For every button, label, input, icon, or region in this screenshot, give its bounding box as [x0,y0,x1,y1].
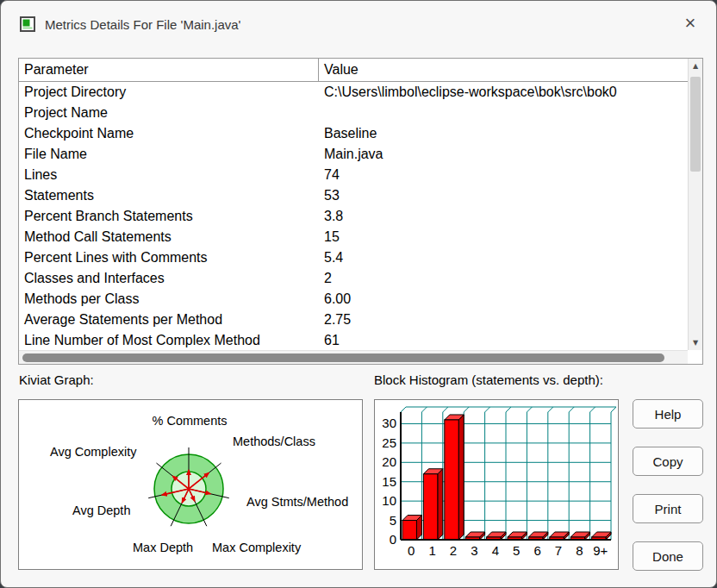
parameter-cell: Project Name [19,103,319,123]
histogram-section-label: Block Histogram (statements vs. depth): [374,372,603,387]
kiviat-axis-label-max-depth: Max Depth [133,541,193,554]
parameter-cell: Project Directory [19,82,319,103]
value-cell: Main.java [319,144,688,165]
value-cell: Baseline [319,123,688,144]
horizontal-scrollbar[interactable] [19,350,688,364]
horizontal-scroll-thumb[interactable] [22,353,664,362]
metrics-details-dialog: Metrics Details For File 'Main.java' × P… [0,0,717,588]
help-button[interactable]: Help [633,399,703,428]
table-row[interactable]: Classes and Interfaces2 [19,268,688,289]
print-button[interactable]: Print [633,494,703,523]
svg-text:25: 25 [382,435,396,450]
parameter-cell: Classes and Interfaces [19,268,319,289]
svg-text:4: 4 [492,543,499,558]
block-histogram-panel: 0510152025300123456789+ [374,399,619,570]
svg-text:2: 2 [450,543,457,558]
app-icon [20,16,35,32]
table-row[interactable]: Method Call Statements15 [19,227,688,247]
svg-text:9+: 9+ [593,543,608,558]
scroll-up-icon: ▲ [693,62,698,70]
value-cell: 2.75 [319,310,688,330]
svg-text:6: 6 [533,543,540,558]
svg-text:7: 7 [555,543,562,558]
svg-text:8: 8 [576,543,583,558]
value-cell: 5.4 [319,247,688,268]
table-row[interactable]: Lines74 [19,165,688,185]
value-cell: 15 [319,227,688,247]
parameter-cell: Methods per Class [19,289,319,310]
value-cell: 61 [319,330,688,350]
table-row[interactable]: Percent Branch Statements3.8 [19,206,688,227]
value-cell: 6.00 [319,289,688,310]
value-cell: 2 [319,268,688,289]
copy-button[interactable]: Copy [633,447,703,476]
table-header: Parameter Value [19,59,702,82]
done-button[interactable]: Done [633,541,703,571]
kiviat-axis-label-avg-depth: Avg Depth [72,504,130,517]
column-header-parameter[interactable]: Parameter [19,59,319,81]
kiviat-axis-label-max-complexity: Max Complexity [212,541,301,554]
parameter-cell: Checkpoint Name [19,123,319,144]
parameter-cell: Method Call Statements [19,227,319,247]
svg-text:10: 10 [382,493,396,508]
svg-text:1: 1 [428,543,435,558]
table-row[interactable]: Line Number of Most Complex Method61 [19,330,688,350]
window-title: Metrics Details For File 'Main.java' [45,17,240,32]
title-bar: Metrics Details For File 'Main.java' × [1,1,716,47]
kiviat-axis-label-avg-stmts-per-method: Avg Stmts/Method [246,495,348,509]
svg-text:30: 30 [382,416,396,430]
vertical-scroll-thumb[interactable] [690,77,701,172]
table-row[interactable]: Statements53 [19,185,688,206]
scroll-up-button[interactable]: ▲ [689,59,702,73]
metrics-table-body: Project DirectoryC:\Users\limbol\eclipse… [19,82,688,350]
parameter-cell: Line Number of Most Complex Method [19,330,319,350]
parameter-cell: Percent Branch Statements [19,206,319,227]
metrics-table: Parameter Value Project DirectoryC:\User… [18,58,703,365]
kiviat-axis-label-avg-complexity: Avg Complexity [50,445,136,459]
kiviat-axis-label-percent-comments: % Comments [152,414,227,428]
histogram-svg: 0510152025300123456789+ [375,400,618,569]
value-cell: 53 [319,185,688,206]
kiviat-graph-panel: % Comments Methods/Class Avg Stmts/Metho… [18,399,363,570]
scroll-down-icon: ▼ [693,339,698,347]
parameter-cell: Statements [19,185,319,206]
table-row[interactable]: Methods per Class6.00 [19,289,688,310]
kiviat-axis-label-methods-per-class: Methods/Class [233,435,315,448]
parameter-cell: Percent Lines with Comments [19,247,319,268]
column-header-value[interactable]: Value [319,59,702,81]
parameter-cell: Lines [19,165,319,185]
table-row[interactable]: Project Name [19,103,688,123]
close-icon[interactable]: × [675,9,706,37]
value-cell: 3.8 [319,206,688,227]
scroll-down-button[interactable]: ▼ [689,335,702,350]
parameter-cell: File Name [19,144,319,165]
table-row[interactable]: Percent Lines with Comments5.4 [19,247,688,268]
table-row[interactable]: Average Statements per Method2.75 [19,310,688,330]
svg-text:0: 0 [390,532,396,547]
parameter-cell: Average Statements per Method [19,310,319,330]
svg-text:5: 5 [390,513,396,528]
value-cell: C:\Users\limbol\eclipse-workspace\bok\sr… [319,82,688,103]
value-cell [319,103,688,123]
svg-text:3: 3 [471,543,477,558]
svg-text:0: 0 [408,543,415,558]
table-row[interactable]: Checkpoint NameBaseline [19,123,688,144]
svg-text:15: 15 [382,474,396,489]
value-cell: 74 [319,165,688,185]
svg-text:20: 20 [382,454,396,469]
table-row[interactable]: Project DirectoryC:\Users\limbol\eclipse… [19,82,688,103]
vertical-scrollbar[interactable]: ▲ ▼ [688,59,702,350]
svg-text:5: 5 [513,543,520,558]
kiviat-section-label: Kiviat Graph: [19,372,94,387]
table-row[interactable]: File NameMain.java [19,144,688,165]
